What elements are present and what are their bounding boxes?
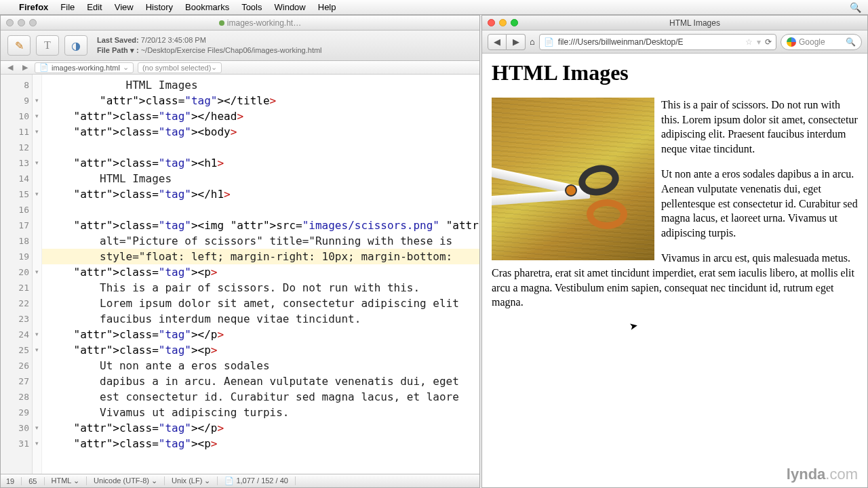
menu-help[interactable]: Help	[318, 2, 336, 12]
minimize-icon[interactable]	[499, 19, 507, 26]
home-button[interactable]: ⌂	[530, 37, 535, 47]
reload-button[interactable]: ⟳	[765, 37, 772, 47]
menu-bookmarks[interactable]: Bookmarks	[185, 2, 229, 12]
code-text[interactable]: HTML Images "attr">class="tag"></title> …	[42, 75, 479, 474]
spotlight-icon[interactable]: 🔍	[850, 2, 861, 13]
file-dropdown[interactable]: 📄 images-working.html ⌄	[35, 62, 134, 73]
page-heading: HTML Images	[492, 60, 858, 85]
forward-button[interactable]: ▶	[507, 34, 526, 50]
fold-column[interactable]: ▾▾▾▾▾▾▾▾▾▾	[33, 75, 42, 474]
menu-edit[interactable]: Edit	[87, 2, 102, 12]
preview-tool-button[interactable]: ◑	[64, 35, 87, 56]
browser-traffic-lights[interactable]	[488, 19, 518, 26]
menu-history[interactable]: History	[146, 2, 173, 12]
edit-tool-button[interactable]: ✎	[7, 35, 31, 56]
menu-window[interactable]: Window	[275, 2, 306, 12]
close-icon[interactable]	[6, 19, 14, 26]
bookmark-icon[interactable]: ☆	[745, 37, 753, 47]
status-encoding[interactable]: Unicode (UTF-8) ⌄	[94, 476, 165, 485]
line-gutter: 8910111213141516171819202122232425262728…	[1, 75, 33, 474]
status-col: 65	[28, 477, 44, 485]
zoom-icon[interactable]	[511, 19, 518, 26]
zoom-icon[interactable]	[29, 19, 37, 26]
menubar-app[interactable]: Firefox	[19, 2, 48, 12]
nav-forward-button[interactable]: ▶	[20, 63, 31, 72]
search-box[interactable]: Google 🔍	[781, 34, 862, 50]
editor-window: images-working.ht… ✎ T ◑ Last Saved: 7/2…	[0, 15, 480, 488]
address-bar[interactable]: 📄 file:///Users/billweinman/Desktop/E ☆ …	[539, 34, 776, 50]
editor-tab-title: images-working.ht…	[227, 18, 301, 28]
mac-menubar: Firefox File Edit View History Bookmarks…	[0, 0, 868, 15]
url-text[interactable]: file:///Users/billweinman/Desktop/E	[558, 37, 741, 47]
browser-window: HTML Images ◀ ▶ ⌂ 📄 file:///Users/billwe…	[481, 15, 868, 488]
status-lineend[interactable]: Unix (LF) ⌄	[172, 476, 218, 485]
menu-view[interactable]: View	[115, 2, 134, 12]
close-icon[interactable]	[488, 19, 495, 26]
editor-titlebar[interactable]: images-working.ht…	[1, 16, 479, 30]
browser-content[interactable]: HTML Images This is a pair of scissors. …	[482, 54, 867, 487]
browser-toolbar: ◀ ▶ ⌂ 📄 file:///Users/billweinman/Deskto…	[482, 30, 867, 54]
status-lang[interactable]: HTML ⌄	[52, 476, 87, 485]
file-info: Last Saved: 7/20/12 3:45:08 PM File Path…	[97, 35, 322, 56]
editor-statusbar: 19 65 HTML ⌄ Unicode (UTF-8) ⌄ Unix (LF)…	[1, 474, 479, 487]
menu-tools[interactable]: Tools	[241, 2, 262, 12]
scissors-image	[492, 98, 654, 260]
symbol-dropdown[interactable]: (no symbol selected) ⌄	[138, 62, 222, 73]
editor-toolbar: ✎ T ◑ Last Saved: 7/20/12 3:45:08 PM Fil…	[1, 30, 479, 61]
editor-traffic-lights[interactable]	[6, 19, 37, 26]
minimize-icon[interactable]	[18, 19, 25, 26]
document-status-icon	[219, 20, 224, 26]
status-line: 19	[6, 477, 22, 485]
google-icon	[787, 37, 796, 47]
menu-file[interactable]: File	[60, 2, 75, 12]
browser-window-title: HTML Images	[522, 18, 867, 28]
text-tool-button[interactable]: T	[36, 35, 59, 56]
nav-back-button[interactable]: ◀	[5, 63, 16, 72]
browser-titlebar[interactable]: HTML Images	[482, 16, 867, 30]
search-placeholder: Google	[799, 37, 825, 47]
editor-navbar: ◀ ▶ 📄 images-working.html ⌄ (no symbol s…	[1, 61, 479, 75]
search-icon[interactable]: 🔍	[846, 37, 856, 47]
status-counts: 📄 1,077 / 152 / 40	[224, 476, 296, 485]
watermark: lynda.com	[787, 466, 858, 483]
page-icon: 📄	[544, 37, 554, 47]
code-area[interactable]: 8910111213141516171819202122232425262728…	[1, 75, 479, 474]
back-button[interactable]: ◀	[488, 34, 507, 50]
